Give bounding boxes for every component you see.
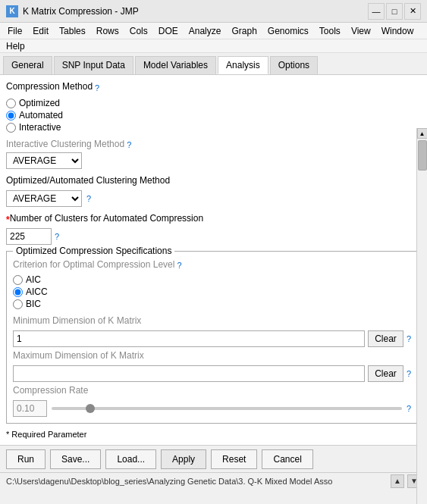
menu-file[interactable]: File [3,24,27,38]
criterion-label: Criterion for Optimal Compression Level [13,259,174,270]
radio-aicc-label: AICC [26,286,48,297]
title-bar: K K Matrix Compression - JMP — □ ✕ [0,0,427,23]
radio-aicc-row[interactable]: AICC [13,286,411,297]
radio-aic-row[interactable]: AIC [13,274,411,285]
num-clusters-help[interactable]: ? [55,232,59,241]
radio-optimized-row[interactable]: Optimized [6,98,418,108]
radio-bic[interactable] [13,299,23,309]
menu-help[interactable]: Help [6,41,25,52]
reset-button[interactable]: Reset [211,449,257,469]
menu-view[interactable]: View [347,24,375,38]
optimized-clustering-section: Optimized/Automated Clustering Method AV… [6,175,418,207]
compression-rate-section: Compression Rate ? [13,385,411,417]
tab-options[interactable]: Options [270,56,318,74]
radio-automated[interactable] [6,111,16,121]
max-dimension-row: Clear ? [13,365,411,382]
max-dimension-help[interactable]: ? [407,369,411,378]
optimized-compression-group: Optimized Compression Specifications Cri… [6,251,418,424]
radio-automated-row[interactable]: Automated [6,110,418,121]
num-clusters-input[interactable] [6,228,52,245]
load-button[interactable]: Load... [105,449,156,469]
minimize-button[interactable]: — [368,3,385,20]
content-wrapper: Compression Method ? Optimized Automated… [0,75,427,445]
window-title: K Matrix Compression - JMP [23,6,139,17]
radio-aic[interactable] [13,275,23,285]
compression-rate-row: ? [13,400,411,417]
status-icon-up[interactable]: ▲ [391,474,404,488]
scroll-thumb[interactable] [418,140,427,171]
optimized-clustering-help[interactable]: ? [86,194,91,203]
save-button[interactable]: Save... [50,449,101,469]
min-dimension-section: Minimum Dimension of K Matrix Clear ? [13,315,411,347]
radio-interactive[interactable] [6,123,16,133]
min-dimension-input[interactable] [13,330,365,347]
interactive-clustering-section: Interactive Clustering Method ? AVERAGE … [6,139,418,169]
menu-analyze[interactable]: Analyze [184,24,226,38]
status-path: C:\Users\dagenu\Desktop\blog_series\Anal… [6,477,391,486]
min-dimension-row: Clear ? [13,330,411,347]
optimized-clustering-label: Optimized/Automated Clustering Method [6,175,170,186]
menu-tables[interactable]: Tables [55,24,90,38]
min-dimension-clear-button[interactable]: Clear [368,330,403,347]
run-button[interactable]: Run [6,449,46,469]
menu-genomics[interactable]: Genomics [263,24,313,38]
radio-optimized-label: Optimized [19,98,60,108]
status-bar: C:\Users\dagenu\Desktop\blog_series\Anal… [0,472,427,489]
num-clusters-label: Number of Clusters for Automated Compres… [10,213,203,224]
apply-button[interactable]: Apply [161,449,206,469]
required-note: * Required Parameter [6,430,418,439]
radio-aic-label: AIC [26,274,41,285]
tab-snp-input-data[interactable]: SNP Input Data [54,56,133,74]
scrollbar[interactable]: ▲ ▼ [416,128,427,504]
tab-general[interactable]: General [3,56,52,74]
compression-method-help[interactable]: ? [93,83,99,92]
interactive-clustering-label: Interactive Clustering Method [6,139,124,149]
menu-tools[interactable]: Tools [315,24,345,38]
menu-bar-row2: Help [0,39,427,53]
group-box-title: Optimized Compression Specifications [13,246,174,256]
tabs-bar: General SNP Input Data Model Variables A… [0,53,427,75]
main-area: Compression Method ? Optimized Automated… [0,75,427,445]
interactive-clustering-help[interactable]: ? [124,140,131,149]
menu-doe[interactable]: DOE [154,24,183,38]
radio-aicc[interactable] [13,287,23,297]
min-dimension-label: Minimum Dimension of K Matrix [13,315,141,326]
menu-rows[interactable]: Rows [92,24,124,38]
menu-window[interactable]: Window [377,24,419,38]
radio-interactive-row[interactable]: Interactive [6,122,418,133]
min-dimension-help[interactable]: ? [407,334,411,343]
num-clusters-row: ? [6,228,418,245]
menu-graph[interactable]: Graph [227,24,261,38]
compression-method-label: Compression Method [6,81,93,92]
bottom-bar: Run Save... Load... Apply Reset Cancel [0,445,427,472]
compression-rate-help[interactable]: ? [407,404,411,413]
maximize-button[interactable]: □ [386,3,403,20]
interactive-clustering-dropdown[interactable]: AVERAGE COMPLETE SINGLE WARD [6,152,82,169]
criterion-help[interactable]: ? [174,261,181,270]
cancel-button[interactable]: Cancel [262,449,312,469]
optimized-clustering-dropdown[interactable]: AVERAGE COMPLETE SINGLE WARD [6,190,82,207]
compression-rate-input[interactable] [13,400,47,417]
radio-interactive-label: Interactive [19,122,61,133]
criterion-group: AIC AICC BIC [13,274,411,309]
tab-analysis[interactable]: Analysis [218,56,268,74]
radio-automated-label: Automated [19,110,63,121]
menu-edit[interactable]: Edit [28,24,53,38]
compression-rate-label: Compression Rate [13,385,88,396]
close-button[interactable]: ✕ [404,3,421,20]
tab-model-variables[interactable]: Model Variables [135,56,216,74]
radio-bic-row[interactable]: BIC [13,299,411,309]
max-dimension-section: Maximum Dimension of K Matrix Clear ? [13,350,411,382]
compression-rate-slider[interactable] [52,407,402,410]
compression-method-group: Optimized Automated Interactive [6,98,418,133]
radio-bic-label: BIC [26,299,41,309]
menu-bar: File Edit Tables Rows Cols DOE Analyze G… [0,23,427,39]
scroll-up-arrow[interactable]: ▲ [417,128,428,139]
menu-cols[interactable]: Cols [125,24,152,38]
app-icon: K [6,5,18,17]
max-dimension-label: Maximum Dimension of K Matrix [13,350,144,361]
radio-optimized[interactable] [6,99,16,108]
max-dimension-input[interactable] [13,365,365,382]
max-dimension-clear-button[interactable]: Clear [368,365,403,382]
